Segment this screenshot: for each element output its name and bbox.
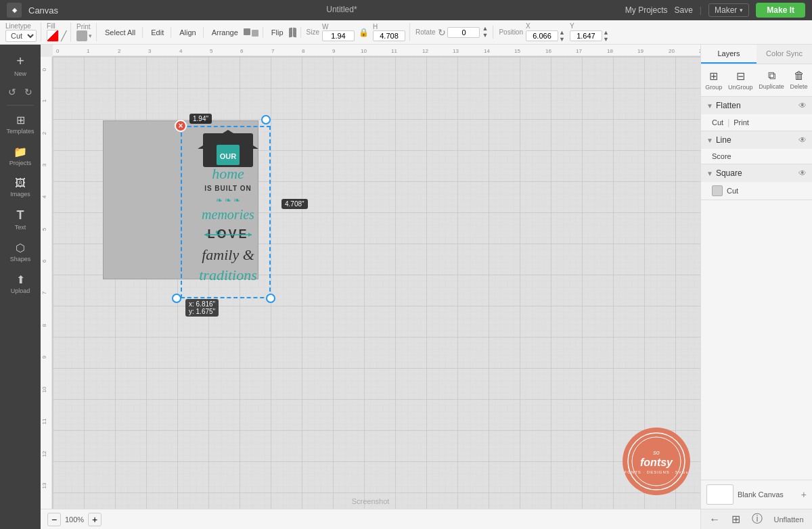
- linetype-group: Linetype Cut: [5, 22, 41, 42]
- flatten-visibility-icon[interactable]: 👁: [798, 101, 807, 110]
- flatten-cut-item[interactable]: Cut | Print: [701, 114, 812, 131]
- sidebar-item-new[interactable]: + New: [3, 50, 37, 80]
- lock-icon[interactable]: 🔒: [359, 28, 369, 37]
- left-sidebar: + New ↺ ↻ ⊞ Templates 📁 Projects 🖼 Image…: [0, 45, 41, 529]
- svg-text:18: 18: [607, 48, 613, 54]
- align-button[interactable]: Align: [177, 27, 198, 38]
- chevron-down-icon: ▾: [740, 7, 743, 14]
- svg-text:8: 8: [41, 323, 47, 327]
- svg-text:5: 5: [210, 48, 213, 54]
- arrange-button[interactable]: Arrange: [209, 27, 241, 38]
- close-handle[interactable]: ×: [175, 120, 187, 132]
- y-up-button[interactable]: ▲: [602, 30, 610, 36]
- save-button[interactable]: Save: [674, 5, 692, 15]
- make-it-button[interactable]: Make It: [756, 3, 805, 18]
- sidebar-item-templates[interactable]: ⊞ Templates: [3, 110, 37, 139]
- size-label: Size: [307, 28, 319, 36]
- zoom-in-button[interactable]: +: [88, 513, 102, 526]
- height-tooltip: 4.708": [281, 199, 308, 209]
- square-header[interactable]: ▼ Square 👁: [701, 164, 812, 182]
- panel-back-button[interactable]: ←: [709, 512, 720, 526]
- sidebar-item-upload[interactable]: ⬆ Upload: [3, 269, 37, 298]
- square-visibility-icon[interactable]: 👁: [798, 168, 807, 178]
- rotate-down-button[interactable]: ▼: [481, 32, 489, 39]
- svg-text:LOVE: LOVE: [207, 227, 248, 241]
- arrange-icon[interactable]: [244, 28, 258, 37]
- ungroup-icon: ⊟: [736, 70, 745, 83]
- canvas-thumbnail[interactable]: [706, 484, 734, 505]
- group-button[interactable]: ⊞ Group: [702, 68, 725, 93]
- redo-button[interactable]: ↻: [21, 85, 36, 99]
- handle-bottom-right[interactable]: [266, 294, 275, 303]
- svg-text:7: 7: [271, 48, 275, 54]
- my-projects-button[interactable]: My Projects: [625, 5, 668, 15]
- images-label: Images: [10, 191, 30, 198]
- sidebar-item-projects[interactable]: 📁 Projects: [3, 141, 37, 170]
- duplicate-button[interactable]: ⧉ Duplicate: [756, 68, 787, 93]
- undo-button[interactable]: ↺: [5, 85, 20, 99]
- rotate-input[interactable]: [447, 27, 480, 38]
- linetype-label: Linetype: [5, 22, 31, 30]
- x-down-button[interactable]: ▼: [558, 37, 566, 43]
- blank-canvas-label: Blank Canvas: [738, 490, 784, 499]
- ungroup-button[interactable]: ⊟ UnGroup: [725, 68, 756, 93]
- sidebar-item-shapes[interactable]: ⬡ Shapes: [3, 237, 37, 267]
- svg-text:19: 19: [637, 48, 644, 54]
- select-all-button[interactable]: Select All: [102, 27, 138, 38]
- svg-text:FONTS · DESIGNS · SVGs: FONTS · DESIGNS · SVGs: [624, 470, 688, 474]
- panel-grid-button[interactable]: ⊞: [731, 512, 740, 526]
- line-header[interactable]: ▼ Line 👁: [701, 131, 812, 149]
- svg-text:1: 1: [41, 99, 47, 102]
- ruler-top: 0 1 2 3 4 5 6 7 8 9 10 11 12 13 14 15 16…: [53, 45, 700, 57]
- panel-actions: ⊞ Group ⊟ UnGroup ⧉ Duplicate 🗑 Delete: [701, 64, 812, 97]
- rotate-up-button[interactable]: ▲: [481, 26, 489, 32]
- svg-text:7: 7: [41, 291, 47, 294]
- canvas-add-icon[interactable]: +: [801, 489, 807, 500]
- handle-top-right[interactable]: [261, 115, 271, 124]
- svg-text:0: 0: [41, 68, 47, 71]
- cut-label: Cut: [712, 118, 723, 127]
- maker-button[interactable]: Maker ▾: [708, 3, 749, 17]
- design-artwork[interactable]: OUR home IS BUILT ON ❧ ❧ ❧ memories ♥ LO…: [184, 130, 272, 297]
- zoom-out-button[interactable]: −: [47, 513, 61, 526]
- tab-layers[interactable]: Layers: [701, 45, 757, 64]
- svg-text:11: 11: [391, 48, 397, 54]
- y-input[interactable]: [570, 30, 602, 41]
- x-input[interactable]: [526, 30, 558, 41]
- text-icon: T: [17, 208, 24, 223]
- canvas-area[interactable]: 0 1 2 3 4 5 6 7 8 9 10 11 12 13 14 15 16…: [41, 45, 700, 529]
- handle-bottom-left[interactable]: [172, 294, 181, 303]
- projects-icon: 📁: [14, 145, 27, 158]
- line-collapse-icon: ▼: [706, 137, 713, 144]
- linetype-select[interactable]: Cut: [5, 30, 37, 42]
- delete-label: Delete: [790, 83, 808, 90]
- rotate-icon: ↻: [438, 27, 446, 38]
- flatten-name: Flatten: [716, 101, 798, 110]
- fill-color-swatch[interactable]: [47, 30, 59, 42]
- svg-text:9: 9: [332, 48, 336, 54]
- edit-button[interactable]: Edit: [148, 27, 166, 38]
- svg-text:memories: memories: [202, 207, 254, 222]
- score-item[interactable]: Score: [701, 149, 812, 164]
- score-label: Score: [712, 152, 731, 160]
- size-group: Size W 🔒 H: [307, 23, 410, 41]
- flip-button[interactable]: Flip: [269, 27, 286, 38]
- panel-info-button[interactable]: ⓘ: [752, 512, 763, 526]
- panel-unflatten-button[interactable]: Unflatten: [774, 512, 804, 526]
- sidebar-item-text[interactable]: T Text: [3, 204, 37, 235]
- sidebar-item-images[interactable]: 🖼 Images: [3, 173, 37, 202]
- width-input[interactable]: [322, 30, 355, 41]
- tab-color-sync[interactable]: Color Sync: [757, 45, 812, 64]
- svg-text:1: 1: [87, 48, 90, 54]
- svg-text:13: 13: [41, 482, 47, 488]
- flatten-header[interactable]: ▼ Flatten 👁: [701, 97, 812, 114]
- square-cut-item[interactable]: Cut: [701, 182, 812, 200]
- x-up-button[interactable]: ▲: [558, 30, 566, 36]
- svg-text:13: 13: [453, 48, 459, 54]
- height-input[interactable]: [373, 30, 405, 41]
- y-down-button[interactable]: ▼: [602, 37, 610, 43]
- delete-button[interactable]: 🗑 Delete: [788, 68, 811, 93]
- line-visibility-icon[interactable]: 👁: [798, 135, 807, 145]
- group-label: Group: [705, 84, 722, 91]
- svg-text:fontsy: fontsy: [640, 457, 673, 468]
